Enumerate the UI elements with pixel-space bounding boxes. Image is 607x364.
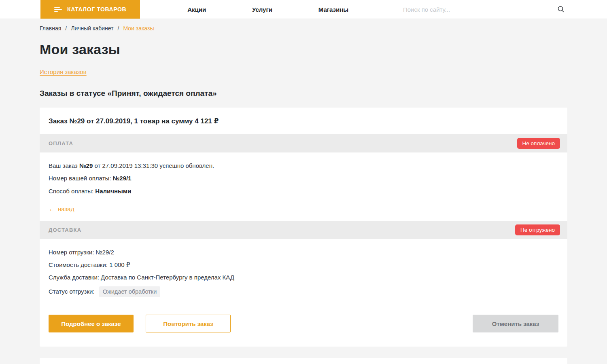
order-title: Заказ №28 от 27.09.2019, 11 товар на сум… <box>40 358 567 364</box>
breadcrumb-current: Мои заказы <box>123 25 154 32</box>
delivery-service-line: Служба доставки: Доставка по Санкт-Петер… <box>49 273 558 281</box>
page-content: Главная / Личный кабинет / Мои заказы Мо… <box>40 19 567 364</box>
cancel-order-button[interactable]: Отменить заказ <box>473 315 558 332</box>
breadcrumb-separator: / <box>65 25 67 32</box>
breadcrumb-separator: / <box>118 25 119 32</box>
repeat-order-button[interactable]: Повторить заказ <box>146 315 231 332</box>
delivery-section-bar: ДОСТАВКА Не отгружено <box>40 221 567 239</box>
search-button[interactable] <box>555 4 567 15</box>
delivery-section-label: ДОСТАВКА <box>49 227 81 233</box>
breadcrumb-account[interactable]: Личный кабинет <box>71 25 113 32</box>
payment-update-message: Ваш заказ №29 от 27.09.2019 13:31:30 усп… <box>49 162 558 170</box>
delivery-status-badge: Не отгружено <box>515 224 560 235</box>
payment-method-line: Способ оплаты: Наличными <box>49 187 558 195</box>
page-title: Мои заказы <box>40 42 567 57</box>
search-icon <box>557 5 565 13</box>
breadcrumb: Главная / Личный кабинет / Мои заказы <box>40 19 567 32</box>
search-input[interactable] <box>402 6 555 13</box>
menu-icon <box>54 7 62 12</box>
site-search <box>396 0 567 19</box>
order-card-29: Заказ №29 от 27.09.2019, 1 товар на сумм… <box>40 108 567 347</box>
payment-section-bar: ОПЛАТА Не оплачено <box>40 134 567 152</box>
payment-section-body: Ваш заказ №29 от 27.09.2019 13:31:30 усп… <box>40 152 567 221</box>
catalog-button[interactable]: КАТАЛОГ ТОВАРОВ <box>40 0 140 19</box>
shipment-status-line: Статус отгрузки: Ожидает обработки <box>49 286 558 298</box>
back-link-label: назад <box>58 205 74 212</box>
breadcrumb-home[interactable]: Главная <box>40 25 61 32</box>
catalog-button-label: КАТАЛОГ ТОВАРОВ <box>67 6 126 13</box>
main-nav: Акции Услуги Магазины <box>140 0 396 19</box>
arrow-left-icon: ← <box>49 205 55 213</box>
nav-item-stores[interactable]: Магазины <box>318 6 348 13</box>
order-title: Заказ №29 от 27.09.2019, 1 товар на сумм… <box>40 108 567 134</box>
order-card-28: Заказ №28 от 27.09.2019, 11 товар на сум… <box>40 358 567 364</box>
payment-number-line: Номер вашей оплаты: №29/1 <box>49 174 558 182</box>
orders-status-heading: Заказы в статусе «Принят, ожидается опла… <box>40 89 567 98</box>
shipment-status-pill: Ожидает обработки <box>99 286 161 298</box>
payment-status-badge: Не оплачено <box>517 138 560 149</box>
order-history-link[interactable]: История заказов <box>40 68 87 75</box>
payment-section-label: ОПЛАТА <box>49 140 73 146</box>
order-details-button[interactable]: Подробнее о заказе <box>49 315 134 332</box>
top-header: КАТАЛОГ ТОВАРОВ Акции Услуги Магазины <box>0 0 607 19</box>
nav-item-promotions[interactable]: Акции <box>187 6 206 13</box>
delivery-section-body: Номер отгрузки: №29/2 Стоимость доставки… <box>40 239 567 310</box>
back-link[interactable]: ← назад <box>49 205 74 213</box>
nav-item-services[interactable]: Услуги <box>252 6 272 13</box>
order-actions: Подробнее о заказе Повторить заказ Отмен… <box>40 310 567 347</box>
shipment-number-line: Номер отгрузки: №29/2 <box>49 248 558 256</box>
delivery-cost-line: Стоимость доставки: 1 000 ₽ <box>49 261 558 269</box>
